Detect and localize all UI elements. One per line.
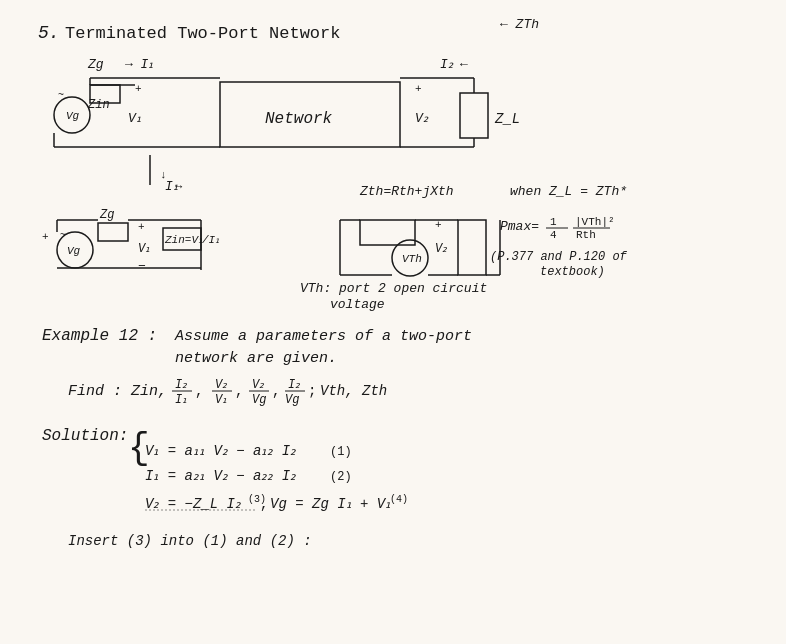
vg-label-top: Vg xyxy=(66,110,80,122)
vg-label-lower: Vg xyxy=(67,245,81,257)
find-comma2: , xyxy=(235,383,243,399)
vth-description-2: voltage xyxy=(330,297,385,312)
i2-arrow-top: ← xyxy=(460,57,468,72)
find-i1-den: I₁ xyxy=(175,393,187,407)
vth-label: VTh xyxy=(402,253,422,265)
zl-label: Z_L xyxy=(494,111,520,127)
find-v2-num2: V₂ xyxy=(252,378,265,392)
pmax-frac-den: 4 xyxy=(550,229,557,241)
zin-label-top: Zin xyxy=(87,98,110,112)
example-label: Example 12 : xyxy=(42,327,157,345)
plus-v1: + xyxy=(135,83,142,95)
minus-lower: − xyxy=(138,259,146,274)
find-comma1: , xyxy=(195,383,203,399)
zth-formula-label: Zth=Rth+jXth xyxy=(359,184,454,199)
zin-formula-lower: Zin=V₁/I₁ xyxy=(164,234,219,246)
zth-arrow-label: ← ZTh xyxy=(500,17,539,32)
find-v1-den: V₁ xyxy=(215,393,227,407)
eq3-comma: , xyxy=(260,496,268,512)
zg-label-top: Zg xyxy=(87,57,104,72)
insert-text: Insert (3) into (1) and (2) : xyxy=(68,533,312,549)
pmax-vth-num: |VTh|² xyxy=(575,216,615,228)
zg-label-lower: Zg xyxy=(99,208,114,222)
title-terminated: Terminated Two-Port Network xyxy=(65,24,340,43)
main-diagram: 5. Terminated Two-Port Network ← ZTh Zg … xyxy=(20,10,786,644)
example-assume: Assume a parameters of a two-port xyxy=(174,328,472,345)
v2-lr: V₂ xyxy=(435,242,448,256)
section-number: 5. xyxy=(38,23,60,43)
find-vg-den2: Vg xyxy=(285,393,299,407)
v1-lower: V₁ xyxy=(138,242,150,256)
reference-text-2: textbook) xyxy=(540,265,605,279)
find-vg-den: Vg xyxy=(252,393,266,407)
content-area: 5. Terminated Two-Port Network ← ZTh Zg … xyxy=(20,10,766,634)
solution-label: Solution: xyxy=(42,427,128,445)
plus-lower: + xyxy=(42,231,49,243)
eq3: V₂ = −Z_L I₂ xyxy=(145,496,241,512)
find-v2-num: V₂ xyxy=(215,378,228,392)
reference-text: (P.377 and P.120 of xyxy=(490,250,628,264)
network-label: Network xyxy=(265,110,333,128)
page: 5. Terminated Two-Port Network ← ZTh Zg … xyxy=(0,0,786,644)
vth-description: VTh: port 2 open circuit xyxy=(300,281,487,296)
example-network: network are given. xyxy=(175,350,337,367)
plus-v2-lr: + xyxy=(435,219,442,231)
pmax-frac-num: 1 xyxy=(550,216,557,228)
find-vth-zth: Vth, Zth xyxy=(320,383,387,399)
find-comma3: , xyxy=(272,383,280,399)
i2-label-top: I₂ xyxy=(440,57,454,72)
v2-label-top: V₂ xyxy=(415,111,429,126)
i1-label-top: → I₁ xyxy=(125,57,153,72)
vg-tilde: ~ xyxy=(58,90,64,101)
when-zl-label: when Z_L = ZTh* xyxy=(510,184,627,199)
find-semicolon: ; xyxy=(308,383,316,399)
pmax-rth-den: Rth xyxy=(576,229,596,241)
pmax-label: Pmax= xyxy=(500,219,539,234)
find-i2-num2: I₂ xyxy=(288,378,301,392)
eq2-num: (2) xyxy=(330,470,352,484)
v1-label-top: V₁ xyxy=(128,111,141,126)
eq4-superscript: (4) xyxy=(390,494,408,505)
eq2-i1: I₁ = a₂₁ V₂ − a₂₂ I₂ xyxy=(145,468,296,484)
eq4: Vg = Zg I₁ + V₁ xyxy=(270,496,391,512)
find-label: Find : Zin, xyxy=(68,383,167,400)
eq1-v1: V₁ = a₁₁ V₂ − a₁₂ I₂ xyxy=(145,443,296,459)
plus-lower-2: + xyxy=(138,221,145,233)
i1-arrow-lower: → xyxy=(175,180,183,194)
find-i2-num: I₂ xyxy=(175,378,188,392)
plus-v2: + xyxy=(415,83,422,95)
eq1-num: (1) xyxy=(330,445,352,459)
vg-tilde-lower: ~ xyxy=(60,230,66,241)
